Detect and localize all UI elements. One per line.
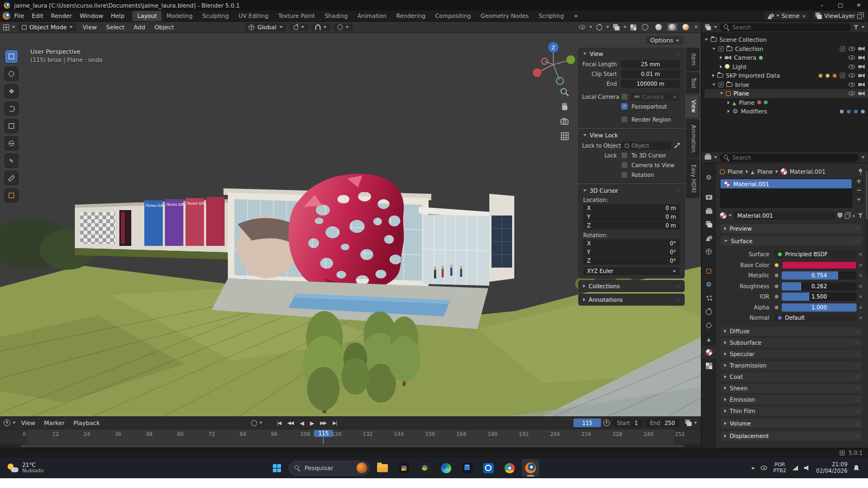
weather-widget[interactable]: 21°C Nublado (0, 462, 163, 474)
timeline-menu-playback[interactable]: Playback (70, 419, 103, 428)
panel-drag-handle[interactable] (856, 385, 859, 391)
expand-icon[interactable] (720, 56, 722, 59)
hide-eye-icon[interactable] (848, 73, 855, 78)
euler-order-dropdown[interactable]: XYZ Euler (583, 267, 680, 275)
chevron-down-icon[interactable] (606, 26, 609, 28)
outliner-row-plane-object[interactable]: Plane (705, 89, 868, 98)
mode-dropdown[interactable]: Object Mode (18, 23, 76, 31)
unlink-icon[interactable] (852, 212, 856, 219)
workspace-tab-compositing[interactable]: Compositing (430, 11, 476, 21)
metallic-slider[interactable]: 0.754 (782, 271, 857, 280)
tab-output[interactable] (701, 204, 716, 217)
end-frame-field[interactable]: End250 (645, 419, 680, 427)
timeline-display-icon[interactable] (685, 420, 692, 426)
cursor-rotation-y[interactable]: Y0° (583, 248, 680, 256)
start-button[interactable] (269, 460, 285, 476)
preview-panel-header[interactable]: Preview (720, 223, 863, 234)
clear-icon[interactable] (673, 94, 676, 100)
disable-render-icon[interactable] (858, 47, 865, 51)
current-frame-badge[interactable]: 115 (314, 430, 333, 437)
roughness-slider[interactable]: 0.262 (782, 282, 857, 290)
taskbar-search[interactable]: Pesquisar (289, 461, 370, 476)
chevron-down-icon[interactable] (623, 26, 627, 28)
sidebar-tab-animation[interactable]: Animation (686, 119, 699, 158)
clip-start-field[interactable]: 0.01 m (621, 70, 680, 78)
clip-end-field[interactable]: 100000 m (621, 80, 680, 88)
taskbar-app-store[interactable] (458, 459, 476, 477)
decorator-dot[interactable] (859, 264, 862, 267)
panel-drag-handle[interactable] (676, 187, 680, 194)
tab-material[interactable] (701, 346, 716, 359)
3d-viewport[interactable]: iTunes Gift iTunes Gift iTunes Gift (0, 33, 701, 416)
expand-icon[interactable] (712, 74, 714, 77)
transform-orientation-dropdown[interactable]: Global (245, 23, 286, 31)
tab-object-data[interactable] (701, 332, 716, 345)
panel-drag-handle[interactable] (856, 238, 859, 244)
disable-render-icon[interactable] (858, 55, 865, 60)
tab-object[interactable] (701, 264, 716, 277)
focal-length-field[interactable]: 25 mm (621, 60, 680, 68)
notification-bell-icon[interactable] (853, 465, 859, 471)
disable-render-icon[interactable] (858, 83, 865, 87)
current-frame-field[interactable]: 115 (573, 419, 601, 427)
panel-drag-handle[interactable] (676, 283, 680, 289)
panel-drag-handle[interactable] (856, 339, 859, 346)
fake-user-icon[interactable] (838, 213, 843, 218)
cursor-location-y[interactable]: Y0 m (583, 213, 680, 221)
workspace-tab-shading[interactable]: Shading (320, 11, 353, 21)
add-cube-tool[interactable] (4, 188, 18, 202)
cursor-rotation-z[interactable]: Z0° (583, 257, 680, 265)
menu-edit[interactable]: Edit (28, 11, 47, 21)
modifier-toggle-icon[interactable] (840, 110, 844, 113)
shading-rendered-button[interactable] (681, 23, 691, 31)
filter-icon[interactable] (853, 25, 859, 30)
pan-hand-icon[interactable] (560, 102, 570, 112)
expand-icon[interactable] (727, 101, 730, 104)
exclude-checkbox[interactable] (840, 46, 845, 52)
disable-render-icon[interactable] (858, 91, 865, 96)
timeline-menu-view[interactable]: View (18, 419, 39, 428)
workspace-tab-modeling[interactable]: Modeling (162, 11, 197, 21)
jump-to-start-button[interactable]: |◀ (275, 420, 283, 426)
camera-view-icon[interactable] (560, 117, 570, 126)
lock-to-object-field[interactable]: Object (621, 142, 671, 150)
chevron-down-icon[interactable] (589, 26, 592, 28)
hide-eye-icon[interactable] (848, 83, 855, 87)
workspace-tab-layout[interactable]: Layout (132, 11, 162, 21)
transform-tool[interactable] (4, 136, 18, 150)
options-button[interactable]: Options (646, 36, 684, 45)
outliner-row-plane-mesh[interactable]: Plane (705, 98, 868, 107)
outliner-row-brise[interactable]: brise (705, 80, 868, 90)
disable-render-icon[interactable] (858, 73, 865, 78)
menu-object[interactable]: Object (151, 23, 177, 32)
timeline-menu-marker[interactable]: Marker (41, 419, 68, 428)
workspace-tab-uv-editing[interactable]: UV Editing (234, 11, 273, 21)
unlink-scene-icon[interactable] (802, 12, 806, 20)
cursor-rotation-x[interactable]: X0° (583, 239, 680, 248)
properties-search[interactable] (720, 154, 859, 162)
add-workspace-button[interactable]: + (569, 11, 583, 21)
outliner-row-collection[interactable]: Collection (705, 45, 868, 54)
material-name-field[interactable]: Material.001 (734, 211, 835, 220)
slot-specials-button[interactable] (854, 195, 863, 204)
modifier-toggle-icon[interactable] (854, 110, 858, 113)
shading-dropdown-icon[interactable] (694, 26, 698, 28)
hide-eye-icon[interactable] (848, 55, 855, 60)
specular-subpanel[interactable]: Specular (720, 349, 863, 359)
language-indicator[interactable]: POR PTB2 (773, 462, 786, 474)
transmission-subpanel[interactable]: Transmission (720, 360, 863, 371)
sidebar-tab-view[interactable]: View (686, 94, 699, 118)
timeline-scrollbar[interactable] (0, 444, 701, 448)
hide-eye-icon[interactable] (848, 47, 855, 51)
volume-panel-header[interactable]: Volume (720, 418, 863, 429)
show-object-types-icon[interactable] (579, 25, 585, 29)
camera-to-view-checkbox[interactable] (621, 162, 628, 168)
panel-drag-handle[interactable] (856, 396, 859, 403)
menu-window[interactable]: Window (76, 11, 107, 21)
lock-rotation-checkbox[interactable] (621, 172, 628, 178)
tab-scene[interactable] (701, 231, 716, 244)
taskbar-app-blender[interactable] (522, 459, 539, 477)
shading-material-button[interactable] (667, 23, 677, 31)
taskbar-app-chrome[interactable] (501, 459, 518, 477)
disable-render-icon[interactable] (858, 65, 865, 69)
